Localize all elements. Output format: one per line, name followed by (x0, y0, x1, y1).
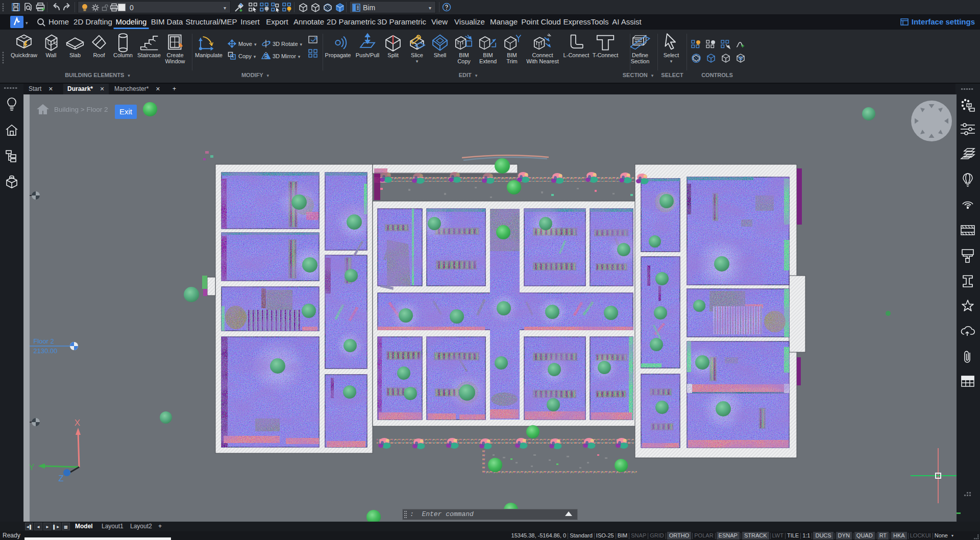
svg-text:Z: Z (58, 474, 63, 483)
svg-text:X: X (75, 418, 80, 428)
